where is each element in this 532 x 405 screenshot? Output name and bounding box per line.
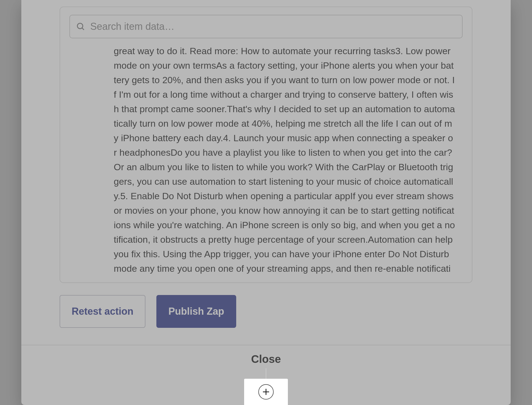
plus-icon bbox=[258, 384, 274, 400]
modal-overlay[interactable] bbox=[0, 0, 532, 405]
add-step-button[interactable] bbox=[244, 379, 288, 405]
step-connector bbox=[266, 368, 266, 379]
